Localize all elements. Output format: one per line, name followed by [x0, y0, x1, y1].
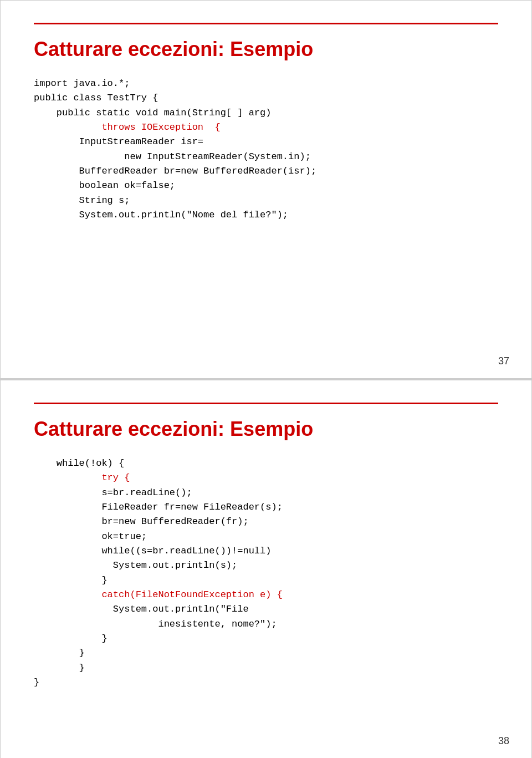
code-line: public class TestTry { — [34, 91, 498, 105]
code-line: try { — [34, 471, 498, 485]
code-line: ok=true; — [34, 530, 498, 544]
code-line: } — [34, 661, 498, 675]
slide-1: Catturare eccezioni: Esempio import java… — [0, 0, 532, 379]
code-line: throws IOException { — [34, 120, 498, 135]
slide-2-title: Catturare eccezioni: Esempio — [34, 418, 498, 441]
title-bar-2 — [34, 403, 498, 404]
code-line: InputStreamReader isr= — [34, 135, 498, 149]
code-line: } — [34, 646, 498, 660]
code-line: import java.io.*; — [34, 77, 498, 91]
code-line: br=new BufferedReader(fr); — [34, 515, 498, 529]
code-line: } — [34, 632, 498, 646]
slide-2-code: while(!ok) { try { s=br.readLine(); File… — [34, 456, 498, 690]
code-line: } — [34, 573, 498, 588]
code-line: boolean ok=false; — [34, 179, 498, 193]
code-line: System.out.println("Nome del file?"); — [34, 208, 498, 222]
code-line: catch(FileNotFoundException e) { — [34, 588, 498, 602]
title-bar-1 — [34, 23, 498, 24]
slide-1-title: Catturare eccezioni: Esempio — [34, 38, 498, 61]
code-line: FileReader fr=new FileReader(s); — [34, 500, 498, 515]
slide-1-page-number: 37 — [498, 355, 509, 367]
code-line: } — [34, 675, 498, 690]
code-line: System.out.println(s); — [34, 558, 498, 573]
code-line: s=br.readLine(); — [34, 486, 498, 500]
code-line: String s; — [34, 194, 498, 208]
code-line: new InputStreamReader(System.in); — [34, 150, 498, 164]
code-line: BufferedReader br=new BufferedReader(isr… — [34, 164, 498, 179]
code-line: public static void main(String[ ] arg) — [34, 106, 498, 120]
code-line: inesistente, nome?"); — [34, 617, 498, 632]
code-line: while((s=br.readLine())!=null) — [34, 544, 498, 558]
code-line: while(!ok) { — [34, 456, 498, 471]
code-line: System.out.println("File — [34, 602, 498, 617]
slide-2: Catturare eccezioni: Esempio while(!ok) … — [0, 380, 532, 758]
slide-2-page-number: 38 — [498, 735, 509, 747]
slide-1-code: import java.io.*;public class TestTry { … — [34, 77, 498, 222]
